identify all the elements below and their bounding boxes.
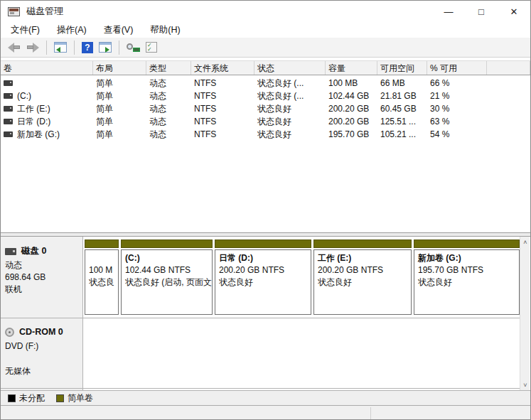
- toolbar: ?: [1, 38, 530, 58]
- legend-bar: 未分配 简单卷: [1, 390, 530, 405]
- simple-volume-swatch: [56, 394, 64, 402]
- status-bar: [1, 405, 530, 420]
- volume-list: 简单 动态 NTFS 状态良好 (... 100 MB 66 MB 66 % (…: [1, 77, 530, 141]
- partition-name: [89, 252, 114, 264]
- disk-name: 磁盘 0: [21, 245, 46, 257]
- column-header-free-space[interactable]: 可用空间: [377, 61, 427, 75]
- partition-size: 200.20 GB NTFS: [219, 264, 307, 276]
- volume-fs: NTFS: [191, 104, 254, 114]
- volume-type: 动态: [146, 129, 191, 141]
- column-header-filesystem[interactable]: 文件系统: [191, 61, 254, 75]
- partition-name: 新加卷 (G:): [418, 252, 515, 264]
- column-header-status[interactable]: 状态: [254, 61, 326, 75]
- vertical-scrollbar[interactable]: ˄ ˅: [520, 237, 530, 390]
- volume-capacity: 200.20 GB: [326, 104, 377, 114]
- volume-free: 21.81 GB: [377, 91, 427, 101]
- maximize-button[interactable]: □: [465, 1, 498, 22]
- disk-status: 联机: [5, 284, 80, 296]
- volume-pct-free: 30 %: [427, 104, 487, 114]
- volume-layout: 简单: [93, 90, 146, 102]
- column-header-blank: [487, 61, 530, 75]
- console-tree-icon[interactable]: [54, 42, 67, 53]
- column-header-layout[interactable]: 布局: [93, 61, 146, 75]
- volume-layout: 简单: [93, 77, 146, 90]
- table-row[interactable]: 日常 (D:) 简单 动态 NTFS 状态良好 200.20 GB 125.51…: [1, 115, 530, 128]
- volume-icon: [4, 106, 13, 112]
- volume-icon: [4, 93, 13, 99]
- minimize-button[interactable]: —: [432, 1, 465, 22]
- volume-pct-free: 54 %: [427, 129, 487, 139]
- volume-free: 105.21 ...: [377, 129, 427, 139]
- volume-layout: 简单: [93, 129, 146, 141]
- volume-type: 动态: [146, 103, 191, 115]
- volume-icon: [4, 119, 13, 124]
- window-title: 磁盘管理: [26, 5, 63, 18]
- volume-status: 状态良好: [254, 129, 326, 141]
- partition-name: (C:): [125, 252, 208, 264]
- column-header-pct-free[interactable]: % 可用: [427, 61, 487, 75]
- menu-action[interactable]: 操作(A): [50, 23, 94, 38]
- task-list-icon[interactable]: [146, 42, 157, 53]
- toolbar-separator: [74, 41, 75, 55]
- partition-system[interactable]: 100 M 状态良: [85, 239, 119, 315]
- legend-label: 未分配: [19, 392, 45, 404]
- table-row[interactable]: 工作 (E:) 简单 动态 NTFS 状态良好 200.20 GB 60.45 …: [1, 102, 530, 115]
- partition-status: 状态良好: [219, 276, 307, 289]
- table-row[interactable]: 新加卷 (G:) 简单 动态 NTFS 状态良好 195.70 GB 105.2…: [1, 128, 530, 141]
- volume-capacity: 100 MB: [326, 78, 377, 88]
- simple-volume-strip: [85, 239, 119, 248]
- legend-simple-volume: 简单卷: [56, 392, 93, 404]
- toolbar-separator: [46, 41, 47, 55]
- volume-free: 125.51 ...: [377, 117, 427, 126]
- legend-label: 简单卷: [68, 392, 93, 404]
- toolbar-separator: [119, 41, 119, 55]
- cdrom-icon: [5, 328, 14, 337]
- volume-icon: [4, 80, 13, 86]
- disk0-panel[interactable]: 磁盘 0 动态 698.64 GB 联机: [5, 245, 80, 296]
- disk-type: 动态: [5, 259, 80, 271]
- table-row[interactable]: (C:) 简单 动态 NTFS 状态良好 (... 102.44 GB 21.8…: [1, 90, 530, 102]
- menu-file[interactable]: 文件(F): [4, 23, 47, 38]
- status-bar-divider: [370, 407, 371, 419]
- disk-view-icon[interactable]: [127, 43, 140, 53]
- column-header-volume[interactable]: 卷: [1, 61, 93, 75]
- help-icon[interactable]: ?: [82, 42, 93, 53]
- volume-pct-free: 66 %: [427, 78, 487, 88]
- partition-c[interactable]: (C:) 102.44 GB NTFS 状态良好 (启动, 页面文: [121, 239, 213, 315]
- menu-view[interactable]: 查看(V): [97, 23, 141, 38]
- volume-name: 新加卷 (G:): [17, 129, 60, 141]
- volume-icon: [4, 131, 13, 137]
- simple-volume-strip: [414, 239, 520, 248]
- partition-size: 100 M: [89, 264, 114, 276]
- volume-capacity: 102.44 GB: [326, 91, 377, 101]
- table-row[interactable]: 简单 动态 NTFS 状态良好 (... 100 MB 66 MB 66 %: [1, 77, 530, 90]
- volume-status: 状态良好: [254, 116, 326, 128]
- unallocated-swatch: [8, 394, 16, 402]
- partition-g[interactable]: 新加卷 (G:) 195.70 GB NTFS 状态良好: [414, 239, 520, 315]
- cdrom-panel[interactable]: CD-ROM 0 DVD (F:) 无媒体: [5, 326, 80, 377]
- close-button[interactable]: ✕: [498, 1, 530, 22]
- volume-fs: NTFS: [191, 91, 254, 101]
- volume-type: 动态: [146, 116, 191, 128]
- scroll-up-icon[interactable]: ˄: [520, 237, 530, 247]
- partition-size: 200.20 GB NTFS: [318, 264, 407, 276]
- menu-help[interactable]: 帮助(H): [143, 23, 187, 38]
- menu-bar: 文件(F) 操作(A) 查看(V) 帮助(H): [1, 22, 530, 38]
- volume-status: 状态良好 (...: [254, 77, 326, 90]
- partition-name: 工作 (E:): [318, 252, 407, 264]
- back-icon[interactable]: [7, 43, 21, 52]
- column-header-capacity[interactable]: 容量: [326, 61, 377, 75]
- column-header-type[interactable]: 类型: [146, 61, 191, 75]
- scroll-down-icon[interactable]: ˅: [520, 379, 530, 390]
- simple-volume-strip: [121, 239, 213, 248]
- volume-name: (C:): [17, 91, 31, 101]
- action-pane-icon[interactable]: [99, 42, 112, 53]
- forward-icon[interactable]: [26, 43, 40, 52]
- row-divider: [1, 388, 521, 389]
- partition-d[interactable]: 日常 (D:) 200.20 GB NTFS 状态良好: [215, 239, 311, 315]
- volume-layout: 简单: [93, 116, 146, 128]
- volume-fs: NTFS: [191, 129, 254, 139]
- app-icon[interactable]: [8, 7, 20, 16]
- partition-e[interactable]: 工作 (E:) 200.20 GB NTFS 状态良好: [313, 239, 412, 315]
- volume-type: 动态: [146, 90, 191, 102]
